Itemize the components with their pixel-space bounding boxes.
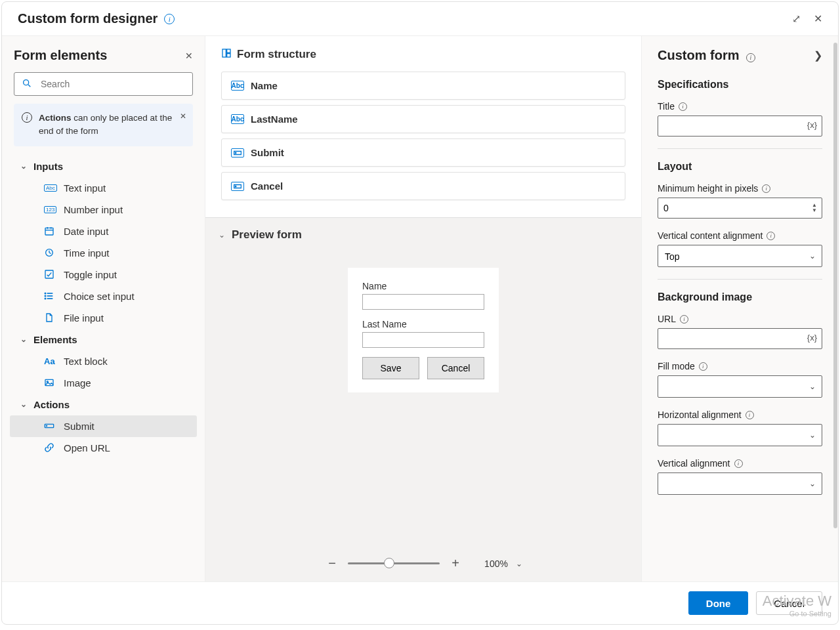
variable-picker-icon[interactable]: {x} <box>807 120 817 130</box>
form-elements-panel: Form elements ✕ i Actions can only be pl… <box>2 36 205 581</box>
preview-header[interactable]: ⌄ Preview form <box>205 218 641 252</box>
search-icon <box>22 78 32 91</box>
title-info-icon[interactable]: i <box>164 14 175 24</box>
item-text-input[interactable]: AbcText input <box>10 177 197 199</box>
input-url[interactable] <box>658 328 822 349</box>
dialog-title: Custom form designer <box>18 11 158 26</box>
label-title: Titlei <box>658 101 822 112</box>
item-image[interactable]: Image <box>10 372 197 394</box>
notice-text: Actions can only be placed at the end of… <box>39 112 185 138</box>
svg-rect-21 <box>227 49 230 52</box>
preview-cancel-button[interactable]: Cancel <box>427 357 484 379</box>
structure-icon <box>221 48 232 61</box>
text-field-icon: Abc <box>231 81 244 91</box>
label-vertical-alignment-bg: Vertical alignmenti <box>658 458 822 469</box>
input-min-height[interactable] <box>658 198 822 219</box>
structure-item-cancel[interactable]: Cancel <box>221 172 625 200</box>
svg-rect-22 <box>227 54 230 57</box>
zoom-in-icon[interactable]: + <box>448 556 463 571</box>
calendar-icon <box>44 226 57 236</box>
svg-rect-2 <box>45 228 53 235</box>
link-icon <box>44 442 57 453</box>
properties-chevron-icon[interactable]: ❯ <box>814 49 822 62</box>
item-choice-set-input[interactable]: Choice set input <box>10 285 197 307</box>
group-inputs-header[interactable]: ⌄Inputs <box>10 156 197 177</box>
svg-point-24 <box>235 152 236 154</box>
element-tree: ⌄Inputs AbcText input 123Number input Da… <box>10 156 197 570</box>
number-input-icon: 123 <box>44 206 57 213</box>
text-field-icon: Abc <box>231 114 244 124</box>
preview-body: Name Last Name Save Cancel <box>205 252 641 551</box>
item-time-input[interactable]: Time input <box>10 242 197 264</box>
zoom-bar: − + 100% ⌄ <box>205 551 641 581</box>
select-vertical-alignment[interactable]: Top <box>658 245 822 267</box>
svg-point-13 <box>45 293 45 293</box>
select-horizontal-alignment[interactable] <box>658 424 822 446</box>
form-structure-section: Form structure AbcName AbcLastName Submi… <box>205 36 641 217</box>
info-icon[interactable]: i <box>699 362 707 371</box>
notice-close-icon[interactable]: ✕ <box>180 110 186 122</box>
chevron-down-icon: ⌄ <box>20 335 27 344</box>
zoom-slider[interactable] <box>348 562 440 564</box>
dialog-body: Form elements ✕ i Actions can only be pl… <box>2 36 838 581</box>
structure-item-submit[interactable]: Submit <box>221 138 625 167</box>
svg-point-0 <box>24 80 29 85</box>
zoom-chevron-icon[interactable]: ⌄ <box>516 559 522 568</box>
info-icon[interactable]: i <box>680 315 688 324</box>
item-number-input[interactable]: 123Number input <box>10 199 197 220</box>
left-panel-header: Form elements ✕ <box>10 48 197 63</box>
section-layout: Layout <box>658 161 822 173</box>
dialog-footer: Done Cancel Activate W Go to Setting <box>2 581 838 624</box>
info-icon[interactable]: i <box>766 232 775 240</box>
left-panel-close-icon[interactable]: ✕ <box>185 51 193 61</box>
svg-point-26 <box>235 186 236 187</box>
info-icon[interactable]: i <box>762 184 770 193</box>
cancel-button[interactable]: Cancel <box>756 591 822 615</box>
left-panel-title: Form elements <box>14 48 107 63</box>
maximize-icon[interactable]: ⤢ <box>792 12 801 25</box>
notice-info-icon: i <box>22 112 32 123</box>
label-min-height: Minimum height in pixelsi <box>658 183 822 194</box>
done-button[interactable]: Done <box>688 591 749 615</box>
right-scrollbar[interactable] <box>833 43 837 528</box>
item-toggle-input[interactable]: Toggle input <box>10 264 197 285</box>
item-text-block[interactable]: AaText block <box>10 350 197 372</box>
label-url: URLi <box>658 314 822 324</box>
text-icon: Aa <box>44 356 57 366</box>
search-input[interactable] <box>14 72 193 96</box>
center-panel: Form structure AbcName AbcLastName Submi… <box>205 36 641 581</box>
button-icon <box>231 148 244 158</box>
properties-info-icon[interactable]: i <box>746 53 755 62</box>
group-elements-header[interactable]: ⌄Elements <box>10 329 197 350</box>
label-fill-mode: Fill modei <box>658 361 822 371</box>
zoom-out-icon[interactable]: − <box>324 556 340 571</box>
preview-input-lastname[interactable] <box>362 332 484 348</box>
item-submit[interactable]: Submit <box>10 415 197 437</box>
preview-label-lastname: Last Name <box>362 319 484 329</box>
info-icon[interactable]: i <box>746 411 754 419</box>
preview-save-button[interactable]: Save <box>362 357 419 379</box>
close-icon[interactable]: ✕ <box>814 12 822 25</box>
structure-item-lastname[interactable]: AbcLastName <box>221 105 625 133</box>
zoom-thumb[interactable] <box>384 558 394 568</box>
svg-point-15 <box>45 298 45 299</box>
svg-line-1 <box>28 85 30 87</box>
preview-area: ⌄ Preview form Name Last Name Save Cance… <box>205 217 641 581</box>
info-icon[interactable]: i <box>734 459 743 468</box>
label-horizontal-alignment: Horizontal alignmenti <box>658 410 822 420</box>
select-vertical-alignment-bg[interactable] <box>658 472 822 495</box>
section-specifications: Specifications <box>658 79 822 91</box>
item-open-url[interactable]: Open URL <box>10 437 197 459</box>
preview-input-name[interactable] <box>362 294 484 310</box>
chevron-down-icon: ⌄ <box>20 161 27 171</box>
spin-buttons[interactable]: ▲▼ <box>808 198 821 219</box>
variable-picker-icon[interactable]: {x} <box>807 333 817 343</box>
structure-item-name[interactable]: AbcName <box>221 72 625 100</box>
group-actions-header[interactable]: ⌄Actions <box>10 394 197 415</box>
select-fill-mode[interactable] <box>658 375 822 398</box>
item-file-input[interactable]: File input <box>10 307 197 329</box>
info-icon[interactable]: i <box>679 102 687 111</box>
notice-banner: i Actions can only be placed at the end … <box>14 104 193 146</box>
item-date-input[interactable]: Date input <box>10 220 197 242</box>
input-title[interactable] <box>658 116 822 136</box>
